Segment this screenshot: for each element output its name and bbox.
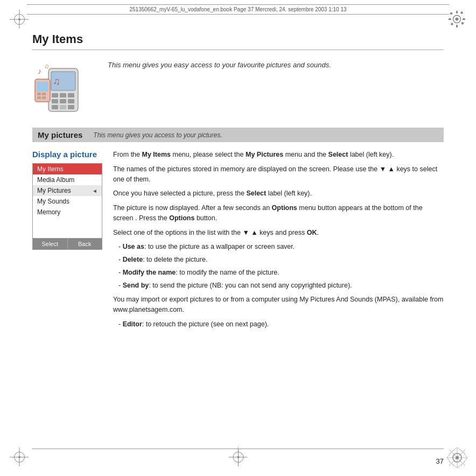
main-content: My Items ♫	[32, 32, 444, 444]
file-info-bar: 251350662_myV-65_lu_vodafone_en.book Pag…	[27, 4, 449, 15]
body-para-5: Select one of the options in the list wi…	[113, 228, 444, 238]
menu-item-my-items: My Items	[33, 164, 102, 174]
corner-decoration-br	[446, 446, 468, 471]
svg-rect-32	[52, 105, 58, 109]
svg-point-1	[456, 18, 459, 21]
corner-decoration-tr	[447, 10, 466, 29]
svg-rect-4	[449, 18, 451, 20]
svg-rect-30	[60, 99, 66, 103]
list-item-modify-name: Modify the name: to modify the name of t…	[118, 268, 444, 278]
corner-decoration-bl	[10, 447, 29, 466]
svg-rect-37	[37, 82, 48, 92]
body-para-3: Once you have selected a picture, press …	[113, 188, 444, 199]
svg-rect-7	[460, 11, 464, 15]
svg-rect-28	[68, 93, 74, 97]
list-item-editor: Editor: to retouch the picture (see on n…	[118, 319, 444, 330]
back-button[interactable]: Back	[68, 239, 102, 249]
svg-rect-6	[450, 12, 453, 15]
list-item-use-as: Use as: to use the picture as a wallpape…	[118, 242, 444, 252]
svg-rect-34	[68, 105, 74, 109]
svg-rect-33	[60, 105, 66, 109]
sub-section-title: Display a picture	[32, 150, 102, 159]
phone-menu-footer: Select Back	[33, 238, 102, 249]
svg-rect-41	[42, 96, 46, 99]
list-item-delete: Delete: to delete the picture.	[118, 255, 444, 265]
svg-rect-29	[52, 99, 58, 103]
svg-rect-5	[463, 18, 465, 20]
sub-section: Display a picture My Items Media Album M…	[32, 150, 444, 332]
svg-point-23	[456, 456, 459, 459]
menu-item-my-pictures: My Pictures	[33, 185, 102, 196]
phone-menu-container: Display a picture My Items Media Album M…	[32, 150, 102, 250]
svg-rect-26	[52, 93, 58, 97]
section-description: This menu gives you access to your pictu…	[93, 131, 222, 139]
body-para-1: From the My Items menu, please select th…	[113, 150, 444, 160]
svg-rect-27	[60, 93, 66, 97]
corner-decoration-bc	[229, 447, 248, 466]
svg-text:♫: ♫	[44, 62, 49, 70]
select-button[interactable]: Select	[33, 239, 68, 249]
section-title: My pictures	[38, 130, 82, 139]
svg-rect-9	[461, 22, 464, 25]
page-title: My Items	[32, 32, 444, 50]
svg-rect-38	[37, 93, 41, 95]
bottom-line	[32, 449, 444, 449]
svg-rect-8	[451, 23, 454, 26]
menu-item-memory: Memory	[33, 207, 102, 218]
body-text: From the My Items menu, please select th…	[113, 150, 444, 332]
page-number: 37	[436, 457, 444, 465]
phone-illustration: ♫ ♪ ♫	[32, 58, 97, 117]
svg-text:♪: ♪	[38, 67, 41, 75]
menu-item-my-sounds: My Sounds	[33, 196, 102, 207]
intro-text: This menu gives you easy access to your …	[108, 58, 331, 69]
svg-rect-3	[456, 25, 458, 27]
phone-menu: My Items Media Album My Pictures My Soun…	[32, 163, 102, 250]
intro-section: ♫ ♪ ♫ This menu gives you easy access to…	[32, 58, 444, 117]
section-header-bar: My pictures This menu gives you access t…	[32, 128, 444, 142]
svg-rect-40	[37, 96, 41, 99]
body-para-4: The picture is now displayed. After a fe…	[113, 203, 444, 223]
menu-item-media-album: Media Album	[33, 174, 102, 185]
body-para-6: You may import or export pictures to or …	[113, 295, 444, 315]
svg-rect-39	[42, 93, 46, 95]
body-para-2: The names of the pictures stored in memo…	[113, 164, 444, 185]
list-item-send-by: Send by: to send the picture (NB: you ca…	[118, 281, 444, 291]
svg-rect-2	[456, 11, 458, 13]
corner-decoration-tl	[10, 10, 29, 29]
file-info-text: 251350662_myV-65_lu_vodafone_en.book Pag…	[129, 6, 346, 12]
svg-text:♫: ♫	[53, 76, 60, 87]
svg-rect-31	[68, 99, 74, 103]
